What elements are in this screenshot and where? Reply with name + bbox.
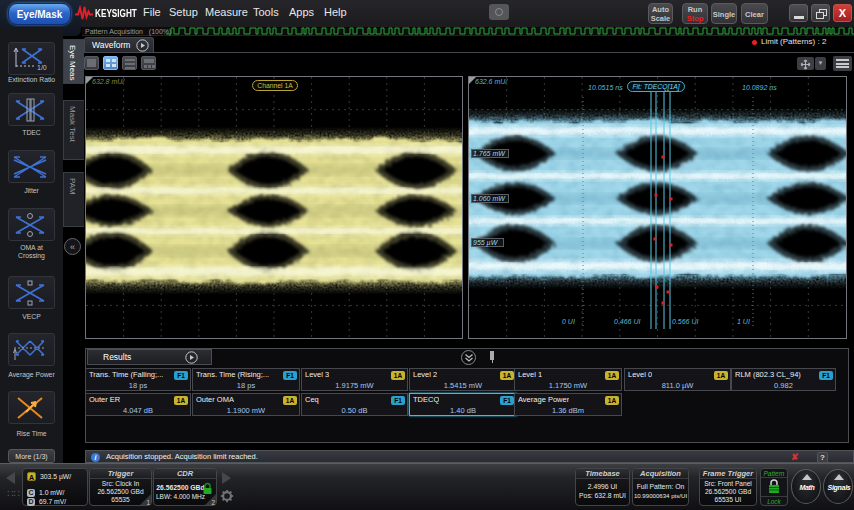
svg-text:1/0: 1/0 xyxy=(37,64,47,71)
